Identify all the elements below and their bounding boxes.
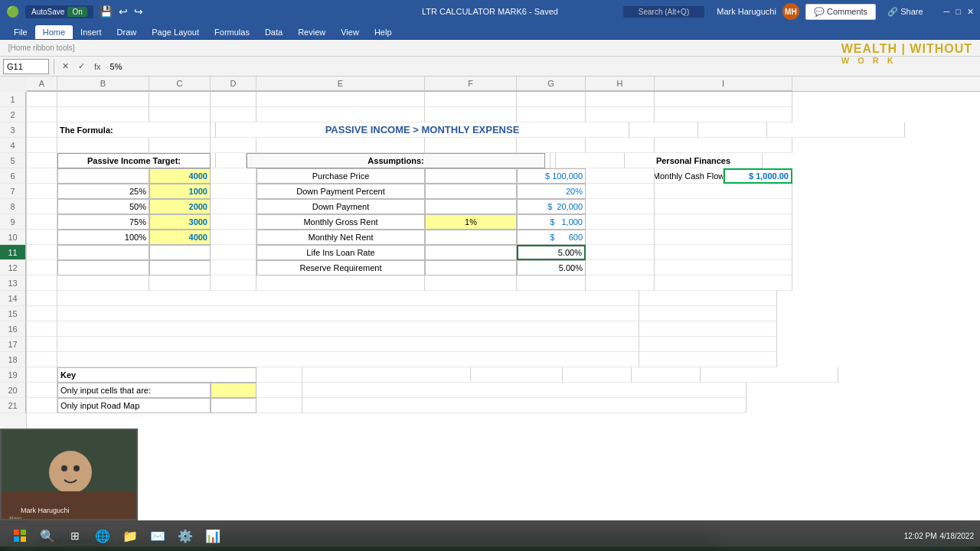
cell-g2[interactable]	[517, 107, 586, 122]
cell-a3[interactable]	[27, 122, 57, 138]
cell-f12[interactable]	[425, 260, 517, 276]
cell-d7[interactable]	[211, 184, 256, 199]
cell-f19[interactable]	[471, 367, 563, 383]
cell-e13[interactable]	[256, 276, 425, 291]
row-num-12[interactable]: 12	[0, 260, 26, 276]
cell-c12[interactable]	[149, 260, 211, 276]
cell-e12-reserve-requirement[interactable]: Reserve Requirement	[256, 260, 425, 276]
tab-page-layout[interactable]: Page Layout	[144, 25, 207, 39]
cell-g6-purchase-price-value[interactable]: $ 100,000	[517, 168, 586, 184]
cell-a4[interactable]	[27, 138, 57, 153]
cell-h12[interactable]	[586, 260, 655, 276]
tab-formulas[interactable]: Formulas	[207, 25, 257, 39]
cell-a6[interactable]	[27, 168, 57, 184]
row-num-19[interactable]: 19	[0, 367, 26, 383]
minimize-button[interactable]: ─	[944, 7, 950, 16]
cell-a5[interactable]	[27, 153, 57, 168]
cell-h1[interactable]	[586, 92, 655, 107]
cell-e19[interactable]	[302, 367, 471, 383]
cell-f2[interactable]	[425, 107, 517, 122]
row-num-21[interactable]: 21	[0, 398, 26, 413]
cell-i18[interactable]	[639, 352, 777, 367]
cell-b19-key-title[interactable]: Key	[57, 367, 256, 383]
cell-e6-purchase-price[interactable]: Purchase Price	[256, 168, 425, 184]
row-num-7[interactable]: 7	[0, 184, 26, 199]
cell-d13[interactable]	[211, 276, 256, 291]
cell-h9[interactable]	[586, 214, 655, 230]
cell-c1[interactable]	[149, 92, 211, 107]
cell-a13[interactable]	[27, 276, 57, 291]
maximize-button[interactable]: □	[956, 7, 961, 16]
row-num-16[interactable]: 16	[0, 321, 26, 337]
cell-reference-input[interactable]: G11	[3, 59, 49, 74]
cell-d10[interactable]	[211, 230, 256, 245]
row-num-17[interactable]: 17	[0, 337, 26, 352]
row-num-15[interactable]: 15	[0, 306, 26, 321]
cell-i15[interactable]	[639, 306, 777, 321]
cell-d11[interactable]	[211, 245, 256, 260]
cell-c6[interactable]: 4000	[149, 168, 211, 184]
undo-icon[interactable]: ↩	[119, 5, 128, 18]
col-header-c[interactable]: C	[149, 77, 211, 91]
cell-i6-monthly-cash-flow-label[interactable]: Monthly Cash Flow	[655, 168, 724, 184]
comments-button[interactable]: 💬 Comments	[805, 4, 876, 20]
cell-b13[interactable]	[57, 276, 149, 291]
tab-draw[interactable]: Draw	[109, 25, 145, 39]
cell-i2[interactable]	[655, 107, 792, 122]
taskbar-search-button[interactable]: 🔍	[35, 523, 60, 548]
cell-c20-yellow-example[interactable]	[211, 383, 256, 398]
cell-e9-monthly-gross-rent[interactable]: Monthly Gross Rent	[256, 214, 425, 230]
tab-review[interactable]: Review	[290, 25, 333, 39]
col-header-h[interactable]: H	[586, 77, 655, 91]
cell-b10[interactable]: 100%	[57, 230, 149, 245]
taskbar-taskview-button[interactable]: ⊞	[63, 523, 87, 548]
row-num-6[interactable]: 6	[0, 168, 26, 184]
cell-e1[interactable]	[256, 92, 425, 107]
row-num-11[interactable]: 11	[0, 245, 26, 260]
cell-b16[interactable]	[57, 321, 639, 337]
cell-i1[interactable]	[655, 92, 792, 107]
insert-function-button[interactable]: fx	[91, 60, 104, 73]
autosave-button[interactable]: AutoSave On	[25, 5, 93, 18]
cell-j6-monthly-cash-flow-value[interactable]: $ 1,000.00	[724, 168, 792, 184]
cell-f1[interactable]	[425, 92, 517, 107]
cell-h8[interactable]	[586, 199, 655, 214]
cell-i7[interactable]	[655, 184, 792, 199]
tab-insert[interactable]: Insert	[73, 25, 109, 39]
col-header-d[interactable]: D	[211, 77, 256, 91]
cell-i17[interactable]	[639, 337, 777, 352]
cell-i11[interactable]	[655, 245, 792, 260]
cell-f13[interactable]	[425, 276, 517, 291]
cell-b3[interactable]: The Formula:	[57, 122, 211, 138]
cell-e10-monthly-net-rent[interactable]: Monthly Net Rent	[256, 230, 425, 245]
taskbar-explorer-icon[interactable]: 📁	[118, 523, 142, 548]
cell-b7[interactable]: 25%	[57, 184, 149, 199]
row-num-4[interactable]: 4	[0, 138, 26, 153]
cell-e8-down-payment[interactable]: Down Payment	[256, 199, 425, 214]
cell-a15[interactable]	[27, 306, 57, 321]
cell-i12[interactable]	[655, 260, 792, 276]
cell-h4[interactable]	[586, 138, 655, 153]
cell-h13[interactable]	[586, 276, 655, 291]
row-num-13[interactable]: 13	[0, 276, 26, 291]
cell-f9-monthly-gross-rent-pct[interactable]: 1%	[425, 214, 517, 230]
cell-c13[interactable]	[149, 276, 211, 291]
cell-a21[interactable]	[27, 398, 57, 413]
cell-h7[interactable]	[586, 184, 655, 199]
cell-e21[interactable]	[302, 398, 746, 413]
cell-c10[interactable]: 4000	[149, 230, 211, 245]
col-header-f[interactable]: F	[425, 77, 517, 91]
col-header-a[interactable]: A	[27, 77, 57, 91]
save-icon[interactable]: 💾	[100, 5, 113, 18]
cell-a20[interactable]	[27, 383, 57, 398]
cell-i14[interactable]	[639, 291, 777, 306]
cell-a1[interactable]	[27, 92, 57, 107]
cell-e5-assumptions-header[interactable]: Assumptions:	[247, 153, 545, 168]
cell-i8[interactable]	[655, 199, 792, 214]
cell-g9-monthly-gross-rent-value[interactable]: $ 1,000	[517, 214, 586, 230]
cell-f11[interactable]	[425, 245, 517, 260]
tab-help[interactable]: Help	[367, 25, 400, 39]
cell-d1[interactable]	[211, 92, 256, 107]
cell-a9[interactable]	[27, 214, 57, 230]
row-num-1[interactable]: 1	[0, 92, 26, 107]
